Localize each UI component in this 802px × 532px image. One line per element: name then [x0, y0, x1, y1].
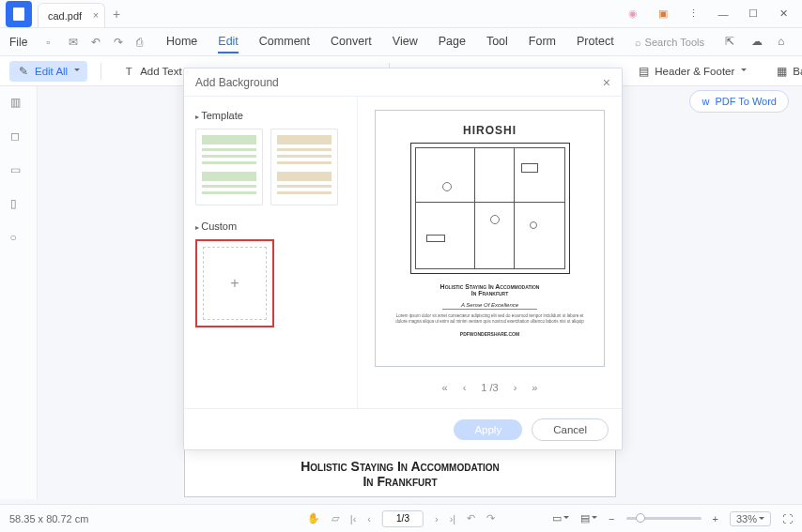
left-sidebar: ▥ ◻ ▭ ▯ ○ — [0, 86, 38, 499]
tab-edit[interactable]: Edit — [218, 31, 239, 53]
template-option-2[interactable] — [270, 129, 338, 205]
pencil-icon: ✎ — [17, 65, 30, 78]
nav-first-icon[interactable]: |‹ — [350, 513, 357, 524]
preview-page: HIROSHI Holistic Staying In Accommodatio… — [375, 110, 605, 367]
floorplan-drawing — [410, 143, 570, 274]
tab-filename: cad.pdf — [48, 10, 82, 22]
more-icon[interactable]: ⋮ — [684, 5, 702, 23]
new-tab-button[interactable]: + — [113, 7, 120, 22]
search-sidebar-icon[interactable]: ○ — [10, 231, 27, 248]
statusbar: 58.35 x 80.72 cm ✋ ▱ |‹ ‹ › ›| ↶ ↷ ▭ ▤ −… — [0, 504, 802, 532]
minimize-icon[interactable]: — — [714, 5, 733, 23]
preview-body: Lorem ipsum dolor sit amet consectetur a… — [394, 313, 585, 326]
header-footer-icon: ▤ — [637, 65, 650, 78]
tab-tool[interactable]: Tool — [486, 31, 508, 53]
search-icon: ⌕ — [635, 37, 641, 48]
hand-tool-icon[interactable]: ✋ — [307, 512, 320, 524]
mail-icon[interactable]: ✉ — [69, 36, 82, 49]
menubar: File ▫ ✉ ↶ ↷ ⎙ Home Edit Comment Convert… — [0, 28, 802, 56]
file-menu[interactable]: File — [9, 36, 27, 49]
pager-prev-icon[interactable]: ‹ — [463, 382, 467, 393]
display-mode-icon[interactable]: ▤ — [580, 512, 597, 524]
word-icon: w — [702, 96, 709, 107]
preview-subtitle: Holistic Staying In AccommodationIn Fran… — [440, 283, 540, 296]
preview-footer: PDFWONDERSHARE.COM — [460, 331, 519, 337]
maximize-icon[interactable]: ☐ — [744, 5, 763, 23]
tab-comment[interactable]: Comment — [259, 31, 310, 53]
search-placeholder: Search Tools — [645, 37, 704, 48]
nav-prev-icon[interactable]: ‹ — [367, 513, 371, 524]
nav-next-icon[interactable]: › — [435, 513, 439, 524]
zoom-out-icon[interactable]: − — [609, 513, 614, 524]
tab-view[interactable]: View — [393, 31, 418, 53]
tab-page[interactable]: Page — [439, 31, 466, 53]
save-icon[interactable]: ▫ — [46, 36, 59, 49]
dialog-preview-panel: HIROSHI Holistic Staying In Accommodatio… — [358, 97, 622, 408]
zoom-in-icon[interactable]: + — [713, 513, 718, 524]
page-nav: ✋ ▱ |‹ ‹ › ›| ↶ ↷ — [307, 510, 495, 527]
pager-next-icon[interactable]: › — [514, 382, 517, 393]
attachments-icon[interactable]: ▯ — [10, 197, 27, 214]
rotate-left-icon[interactable]: ↶ — [467, 512, 475, 524]
doc-title-line2: In Frankfurt — [185, 474, 615, 489]
template-section-label[interactable]: Template — [195, 110, 346, 121]
doc-title-line1: Holistic Staying In Accommodation — [185, 459, 615, 474]
custom-background-add[interactable]: + — [195, 239, 274, 327]
notification-icon[interactable]: ▣ — [654, 5, 672, 23]
dialog-close-icon[interactable]: × — [603, 75, 610, 90]
comments-icon[interactable]: ▭ — [10, 163, 27, 180]
tab-home[interactable]: Home — [166, 31, 197, 53]
nav-last-icon[interactable]: ›| — [450, 513, 456, 524]
dialog-header: Add Background × — [184, 68, 622, 97]
thumbnails-icon[interactable]: ▥ — [10, 96, 27, 113]
right-panel: w PDF To Word — [689, 90, 789, 113]
page-dimensions: 58.35 x 80.72 cm — [9, 513, 88, 524]
cancel-button[interactable]: Cancel — [532, 418, 609, 441]
apply-button[interactable]: Apply — [454, 419, 522, 440]
ribbon-tabs: Home Edit Comment Convert View Page Tool… — [166, 31, 614, 53]
bookmark-icon[interactable]: ◻ — [10, 129, 27, 146]
add-background-dialog: Add Background × Template Custom + HIROS… — [183, 68, 623, 450]
tab-close-icon[interactable]: × — [93, 9, 99, 21]
home-icon[interactable]: ⌂ — [778, 35, 793, 50]
header-footer-button[interactable]: ▤Header & Footer — [629, 61, 754, 82]
undo-icon[interactable]: ↶ — [91, 36, 104, 49]
page-input[interactable] — [382, 510, 424, 527]
app-logo-icon — [6, 1, 32, 27]
fullscreen-icon[interactable]: ⛶ — [782, 513, 793, 524]
rotate-right-icon[interactable]: ↷ — [486, 512, 495, 524]
titlebar: cad.pdf × + ◉ ▣ ⋮ — ☐ ✕ — [0, 0, 802, 28]
dialog-options-panel: Template Custom + — [184, 97, 358, 408]
edit-all-button[interactable]: ✎Edit All — [9, 61, 87, 82]
tab-convert[interactable]: Convert — [331, 31, 372, 53]
document-tab[interactable]: cad.pdf × — [38, 3, 105, 27]
add-text-button[interactable]: TAdd Text — [115, 61, 190, 82]
zoom-slider[interactable] — [626, 517, 702, 520]
tab-protect[interactable]: Protect — [577, 31, 614, 53]
fit-width-icon[interactable]: ▭ — [552, 512, 569, 524]
redo-icon[interactable]: ↷ — [114, 36, 127, 49]
preview-title: HIROSHI — [463, 124, 517, 137]
tab-form[interactable]: Form — [529, 31, 556, 53]
zoom-value[interactable]: 33% — [730, 511, 771, 526]
zoom-controls: ▭ ▤ − + 33% ⛶ — [552, 511, 793, 526]
plus-icon: + — [203, 247, 267, 320]
select-tool-icon[interactable]: ▱ — [332, 512, 339, 524]
pager-first-icon[interactable]: « — [442, 382, 448, 393]
user-avatar-icon[interactable]: ◉ — [624, 5, 642, 23]
pager-last-icon[interactable]: » — [532, 382, 537, 393]
print-icon[interactable]: ⎙ — [136, 36, 149, 49]
quick-access: ▫ ✉ ↶ ↷ ⎙ — [46, 36, 149, 49]
dialog-footer: Apply Cancel — [184, 408, 622, 449]
share-icon[interactable]: ⇱ — [725, 35, 740, 50]
pager-page: 1 /3 — [481, 382, 498, 393]
close-window-icon[interactable]: ✕ — [774, 5, 793, 23]
custom-section-label[interactable]: Custom — [195, 220, 346, 232]
cloud-icon[interactable]: ☁ — [751, 35, 766, 50]
preview-tagline: A Sense Of Excellence — [442, 302, 537, 310]
bates-icon: ▦ — [775, 65, 788, 78]
pdf-to-word-button[interactable]: w PDF To Word — [689, 90, 789, 113]
search-tools[interactable]: ⌕ Search Tools — [635, 37, 704, 48]
bates-number-button[interactable]: ▦Bates Number — [767, 61, 802, 82]
template-option-1[interactable] — [195, 129, 263, 205]
